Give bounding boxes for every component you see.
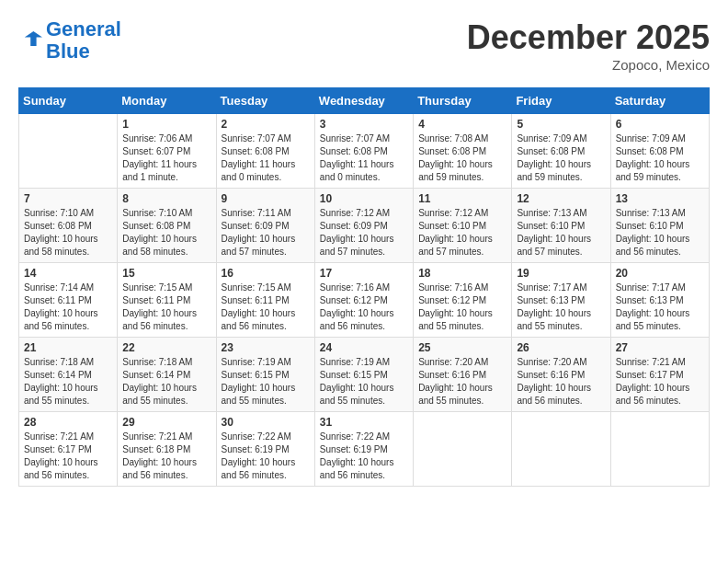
calendar-cell: 26Sunrise: 7:20 AMSunset: 6:16 PMDayligh… bbox=[512, 338, 610, 412]
day-info: Sunrise: 7:18 AMSunset: 6:14 PMDaylight:… bbox=[24, 356, 112, 408]
day-info: Sunrise: 7:07 AMSunset: 6:08 PMDaylight:… bbox=[222, 132, 310, 184]
weekday-header-monday: Monday bbox=[118, 88, 216, 114]
day-number: 17 bbox=[320, 267, 408, 280]
day-info: Sunrise: 7:12 AMSunset: 6:09 PMDaylight:… bbox=[320, 207, 408, 259]
svg-marker-0 bbox=[25, 31, 42, 46]
logo: General Blue bbox=[18, 18, 121, 63]
calendar-cell: 12Sunrise: 7:13 AMSunset: 6:10 PMDayligh… bbox=[512, 189, 610, 263]
logo-text: General Blue bbox=[46, 18, 121, 63]
day-number: 29 bbox=[122, 416, 210, 429]
calendar-cell: 6Sunrise: 7:09 AMSunset: 6:08 PMDaylight… bbox=[610, 114, 709, 189]
calendar-cell: 1Sunrise: 7:06 AMSunset: 6:07 PMDaylight… bbox=[118, 114, 216, 189]
calendar-cell bbox=[414, 412, 512, 487]
calendar-cell: 16Sunrise: 7:15 AMSunset: 6:11 PMDayligh… bbox=[216, 263, 314, 338]
week-row-4: 21Sunrise: 7:18 AMSunset: 6:14 PMDayligh… bbox=[19, 338, 710, 412]
weekday-header-sunday: Sunday bbox=[19, 88, 118, 114]
calendar-cell: 10Sunrise: 7:12 AMSunset: 6:09 PMDayligh… bbox=[314, 189, 413, 263]
calendar-cell: 27Sunrise: 7:21 AMSunset: 6:17 PMDayligh… bbox=[610, 338, 709, 412]
day-number: 22 bbox=[122, 341, 210, 354]
day-number: 3 bbox=[320, 118, 408, 131]
day-number: 31 bbox=[320, 416, 408, 429]
day-number: 8 bbox=[122, 192, 210, 205]
day-number: 13 bbox=[616, 192, 704, 205]
calendar-cell: 7Sunrise: 7:10 AMSunset: 6:08 PMDaylight… bbox=[19, 189, 118, 263]
week-row-5: 28Sunrise: 7:21 AMSunset: 6:17 PMDayligh… bbox=[19, 412, 710, 487]
week-row-1: 1Sunrise: 7:06 AMSunset: 6:07 PMDaylight… bbox=[19, 114, 710, 189]
calendar-cell: 3Sunrise: 7:07 AMSunset: 6:08 PMDaylight… bbox=[314, 114, 413, 189]
calendar-cell: 30Sunrise: 7:22 AMSunset: 6:19 PMDayligh… bbox=[216, 412, 314, 487]
page: General Blue December 2025 Zopoco, Mexic… bbox=[18, 18, 710, 487]
day-info: Sunrise: 7:13 AMSunset: 6:10 PMDaylight:… bbox=[517, 207, 605, 259]
calendar-cell: 25Sunrise: 7:20 AMSunset: 6:16 PMDayligh… bbox=[414, 338, 512, 412]
day-info: Sunrise: 7:10 AMSunset: 6:08 PMDaylight:… bbox=[24, 207, 112, 259]
weekday-header-tuesday: Tuesday bbox=[216, 88, 314, 114]
day-number: 2 bbox=[222, 118, 310, 131]
weekday-header-saturday: Saturday bbox=[610, 88, 709, 114]
day-number: 26 bbox=[517, 341, 605, 354]
day-info: Sunrise: 7:17 AMSunset: 6:13 PMDaylight:… bbox=[616, 282, 704, 333]
day-info: Sunrise: 7:09 AMSunset: 6:08 PMDaylight:… bbox=[517, 132, 605, 184]
week-row-3: 14Sunrise: 7:14 AMSunset: 6:11 PMDayligh… bbox=[19, 263, 710, 338]
day-number: 27 bbox=[616, 341, 704, 354]
day-number: 6 bbox=[616, 118, 704, 131]
logo-line1: General bbox=[46, 17, 121, 40]
day-number: 12 bbox=[517, 192, 605, 205]
month-title: December 2025 bbox=[467, 18, 710, 57]
day-number: 15 bbox=[122, 267, 210, 280]
calendar-cell: 18Sunrise: 7:16 AMSunset: 6:12 PMDayligh… bbox=[414, 263, 512, 338]
calendar-cell: 13Sunrise: 7:13 AMSunset: 6:10 PMDayligh… bbox=[610, 189, 709, 263]
weekday-header-thursday: Thursday bbox=[414, 88, 512, 114]
day-number: 21 bbox=[24, 341, 112, 354]
day-info: Sunrise: 7:12 AMSunset: 6:10 PMDaylight:… bbox=[418, 207, 506, 259]
calendar-cell: 5Sunrise: 7:09 AMSunset: 6:08 PMDaylight… bbox=[512, 114, 610, 189]
calendar-cell: 20Sunrise: 7:17 AMSunset: 6:13 PMDayligh… bbox=[610, 263, 709, 338]
day-number: 5 bbox=[517, 118, 605, 131]
day-info: Sunrise: 7:21 AMSunset: 6:17 PMDaylight:… bbox=[24, 431, 112, 482]
day-info: Sunrise: 7:21 AMSunset: 6:18 PMDaylight:… bbox=[122, 431, 210, 482]
calendar-cell bbox=[512, 412, 610, 487]
day-number: 30 bbox=[222, 416, 310, 429]
week-row-2: 7Sunrise: 7:10 AMSunset: 6:08 PMDaylight… bbox=[19, 189, 710, 263]
header: General Blue December 2025 Zopoco, Mexic… bbox=[18, 18, 710, 73]
day-number: 18 bbox=[418, 267, 506, 280]
day-number: 9 bbox=[222, 192, 310, 205]
day-info: Sunrise: 7:20 AMSunset: 6:16 PMDaylight:… bbox=[418, 356, 506, 408]
calendar-cell: 4Sunrise: 7:08 AMSunset: 6:08 PMDaylight… bbox=[414, 114, 512, 189]
day-info: Sunrise: 7:19 AMSunset: 6:15 PMDaylight:… bbox=[320, 356, 408, 408]
calendar-cell: 2Sunrise: 7:07 AMSunset: 6:08 PMDaylight… bbox=[216, 114, 314, 189]
calendar-cell: 28Sunrise: 7:21 AMSunset: 6:17 PMDayligh… bbox=[19, 412, 118, 487]
day-info: Sunrise: 7:19 AMSunset: 6:15 PMDaylight:… bbox=[222, 356, 310, 408]
day-number: 28 bbox=[24, 416, 112, 429]
day-info: Sunrise: 7:17 AMSunset: 6:13 PMDaylight:… bbox=[517, 282, 605, 333]
weekday-header-friday: Friday bbox=[512, 88, 610, 114]
day-number: 1 bbox=[122, 118, 210, 131]
day-number: 19 bbox=[517, 267, 605, 280]
day-info: Sunrise: 7:18 AMSunset: 6:14 PMDaylight:… bbox=[122, 356, 210, 408]
day-info: Sunrise: 7:22 AMSunset: 6:19 PMDaylight:… bbox=[320, 431, 408, 482]
calendar-cell: 24Sunrise: 7:19 AMSunset: 6:15 PMDayligh… bbox=[314, 338, 413, 412]
calendar-cell: 29Sunrise: 7:21 AMSunset: 6:18 PMDayligh… bbox=[118, 412, 216, 487]
day-number: 10 bbox=[320, 192, 408, 205]
day-info: Sunrise: 7:15 AMSunset: 6:11 PMDaylight:… bbox=[122, 282, 210, 333]
day-info: Sunrise: 7:16 AMSunset: 6:12 PMDaylight:… bbox=[418, 282, 506, 333]
day-number: 4 bbox=[418, 118, 506, 131]
calendar-cell: 17Sunrise: 7:16 AMSunset: 6:12 PMDayligh… bbox=[314, 263, 413, 338]
day-info: Sunrise: 7:08 AMSunset: 6:08 PMDaylight:… bbox=[418, 132, 506, 184]
calendar-cell: 23Sunrise: 7:19 AMSunset: 6:15 PMDayligh… bbox=[216, 338, 314, 412]
day-info: Sunrise: 7:15 AMSunset: 6:11 PMDaylight:… bbox=[222, 282, 310, 333]
day-info: Sunrise: 7:10 AMSunset: 6:08 PMDaylight:… bbox=[122, 207, 210, 259]
weekday-header-wednesday: Wednesday bbox=[314, 88, 413, 114]
calendar-cell: 22Sunrise: 7:18 AMSunset: 6:14 PMDayligh… bbox=[118, 338, 216, 412]
day-info: Sunrise: 7:14 AMSunset: 6:11 PMDaylight:… bbox=[24, 282, 112, 333]
day-number: 11 bbox=[418, 192, 506, 205]
logo-icon bbox=[20, 29, 42, 48]
day-number: 20 bbox=[616, 267, 704, 280]
day-info: Sunrise: 7:21 AMSunset: 6:17 PMDaylight:… bbox=[616, 356, 704, 408]
day-info: Sunrise: 7:11 AMSunset: 6:09 PMDaylight:… bbox=[222, 207, 310, 259]
location: Zopoco, Mexico bbox=[467, 57, 710, 73]
day-number: 23 bbox=[222, 341, 310, 354]
calendar-cell bbox=[19, 114, 118, 189]
day-info: Sunrise: 7:09 AMSunset: 6:08 PMDaylight:… bbox=[616, 132, 704, 184]
day-info: Sunrise: 7:13 AMSunset: 6:10 PMDaylight:… bbox=[616, 207, 704, 259]
title-block: December 2025 Zopoco, Mexico bbox=[467, 18, 710, 73]
